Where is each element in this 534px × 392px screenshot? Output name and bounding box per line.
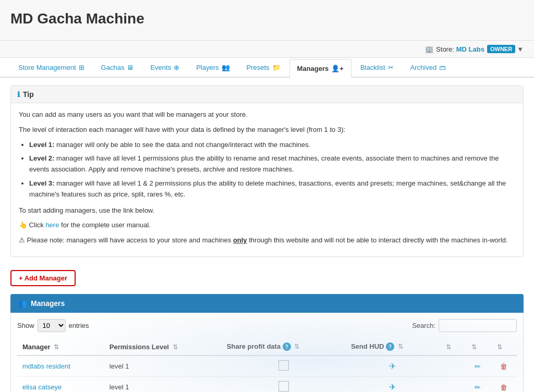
content-area: ℹ Tip You can add as many users as you w… <box>0 78 534 392</box>
tip-box: ℹ Tip You can add as many users as you w… <box>10 85 524 257</box>
share-profit-checkbox[interactable] <box>278 360 289 371</box>
players-icon: 👥 <box>222 64 230 71</box>
managers-section-header: 👥 Managers <box>10 294 524 313</box>
tip-title: Tip <box>23 90 34 99</box>
info-icon: ℹ <box>17 90 20 99</box>
sort-manager-icon[interactable]: ⇅ <box>54 344 59 351</box>
sort-col7-icon[interactable]: ⇅ <box>497 344 502 351</box>
tip-level2: Level 2: manager will have all level 1 p… <box>29 153 515 175</box>
store-bar: 🏢 Store: MD Labs OWNER ▼ <box>0 41 534 58</box>
share-profit-checkbox[interactable] <box>278 381 289 391</box>
managers-table: Manager ⇅ Permissions Level ⇅ Share prof… <box>17 338 517 392</box>
empty-cell-1 <box>439 356 465 377</box>
add-manager-button[interactable]: + Add Manager <box>10 270 76 286</box>
col-share-profit: Share profit data ? ⇅ <box>222 338 346 356</box>
search-input[interactable] <box>439 319 517 332</box>
presets-icon: 📁 <box>272 64 281 71</box>
tip-line2: The level of interaction each manager wi… <box>19 125 515 136</box>
owner-badge: OWNER <box>487 45 515 53</box>
col-manager: Manager ⇅ <box>17 338 104 356</box>
store-management-label: Store Management <box>18 64 76 71</box>
table-header: Manager ⇅ Permissions Level ⇅ Share prof… <box>17 338 517 356</box>
tip-manual-link: 👆 Click here for the complete user manua… <box>19 220 515 231</box>
sort-hud-icon[interactable]: ⇅ <box>398 343 403 350</box>
delete-button[interactable]: 🗑 <box>500 362 507 371</box>
permissions-cell: level 1 <box>104 377 222 392</box>
entries-select[interactable]: 10 25 50 100 <box>38 319 66 332</box>
send-hud-button[interactable]: ✈ <box>389 362 396 371</box>
managers-table-container: Show 10 25 50 100 entries Search: <box>10 313 524 392</box>
store-dropdown-icon[interactable]: ▼ <box>517 45 524 53</box>
tab-archived[interactable]: Archived 🗃 <box>403 58 454 77</box>
tip-body: You can add as many users as you want th… <box>11 103 523 256</box>
tip-start: To start adding managers, use the link b… <box>19 205 515 216</box>
managers-section-icon: 👥 <box>18 299 27 308</box>
manager-name-cell: mdlabs resident <box>17 356 104 377</box>
page-title: MD Gacha Machine <box>10 10 524 27</box>
sort-col6-icon[interactable]: ⇅ <box>471 344 477 351</box>
gachas-label: Gachas <box>101 64 125 71</box>
search-box: Search: <box>412 319 517 332</box>
col-send-hud: Send HUD ? ⇅ <box>346 338 439 356</box>
send-hud-cell: ✈ <box>346 356 439 377</box>
tip-level1: Level 1: manager will only be able to se… <box>29 140 515 151</box>
entries-label: entries <box>69 322 89 329</box>
share-profit-cell <box>222 356 346 377</box>
sort-share-icon[interactable]: ⇅ <box>294 343 299 350</box>
sort-col5-icon[interactable]: ⇅ <box>446 344 451 351</box>
tip-levels: Level 1: manager will only be able to se… <box>29 140 515 200</box>
events-icon: ⊕ <box>174 64 179 71</box>
gachas-icon: 🖥 <box>127 64 134 71</box>
tab-presets[interactable]: Presets 📁 <box>239 58 288 77</box>
edit-button[interactable]: ✏ <box>475 362 481 371</box>
store-icon: 🏢 <box>425 45 433 53</box>
delete-cell: 🗑 <box>490 377 517 392</box>
archived-label: Archived <box>410 64 437 71</box>
send-hud-help-icon[interactable]: ? <box>386 342 394 351</box>
managers-label: Managers <box>297 65 329 72</box>
managers-icon: 👤+ <box>331 65 344 72</box>
delete-cell: 🗑 <box>490 356 517 377</box>
tip-warning: ⚠ Please note: managers will have access… <box>19 235 515 246</box>
add-manager-container: + Add Manager <box>10 265 524 286</box>
table-row: mdlabs resident level 1 ✈ ✏ 🗑 <box>17 356 517 377</box>
tab-blacklist[interactable]: Blacklist ✂ <box>353 58 402 77</box>
delete-button[interactable]: 🗑 <box>500 383 507 391</box>
store-name: MD Labs <box>456 45 484 53</box>
tip-level3: Level 3: manager will have all level 1 &… <box>29 178 515 200</box>
col-action2: ⇅ <box>465 338 490 356</box>
table-controls: Show 10 25 50 100 entries Search: <box>17 319 517 332</box>
edit-cell: ✏ <box>465 356 490 377</box>
edit-button[interactable]: ✏ <box>475 383 481 391</box>
tip-line1: You can add as many users as you want th… <box>19 109 515 120</box>
col-action3: ⇅ <box>490 338 517 356</box>
events-label: Events <box>150 64 171 71</box>
tab-gachas[interactable]: Gachas 🖥 <box>93 58 142 77</box>
tab-players[interactable]: Players 👥 <box>188 58 237 77</box>
nav-tabs: Store Management ⊞ Gachas 🖥 Events ⊕ Pla… <box>0 58 534 78</box>
manual-link[interactable]: here <box>45 221 59 229</box>
store-label: Store: <box>436 45 454 53</box>
presets-label: Presets <box>247 64 270 71</box>
share-profit-cell <box>222 377 346 392</box>
show-label: Show <box>17 322 34 329</box>
archived-icon: 🗃 <box>439 64 446 71</box>
tab-events[interactable]: Events ⊕ <box>142 58 187 77</box>
store-management-icon: ⊞ <box>79 64 84 71</box>
show-entries: Show 10 25 50 100 entries <box>17 319 89 332</box>
players-label: Players <box>196 64 219 71</box>
tab-managers[interactable]: Managers 👤+ <box>289 59 351 78</box>
tab-store-management[interactable]: Store Management ⊞ <box>10 58 92 77</box>
send-hud-button[interactable]: ✈ <box>389 383 396 391</box>
share-profit-help-icon[interactable]: ? <box>283 342 291 351</box>
blacklist-icon: ✂ <box>388 64 394 71</box>
tip-header: ℹ Tip <box>11 86 523 103</box>
manager-name-cell: elisa catseye <box>17 377 104 392</box>
edit-cell: ✏ <box>465 377 490 392</box>
search-label: Search: <box>412 322 435 329</box>
sort-permissions-icon[interactable]: ⇅ <box>173 344 178 351</box>
col-action1: ⇅ <box>439 338 465 356</box>
send-hud-cell: ✈ <box>346 377 439 392</box>
blacklist-label: Blacklist <box>360 64 385 71</box>
permissions-cell: level 1 <box>104 356 222 377</box>
